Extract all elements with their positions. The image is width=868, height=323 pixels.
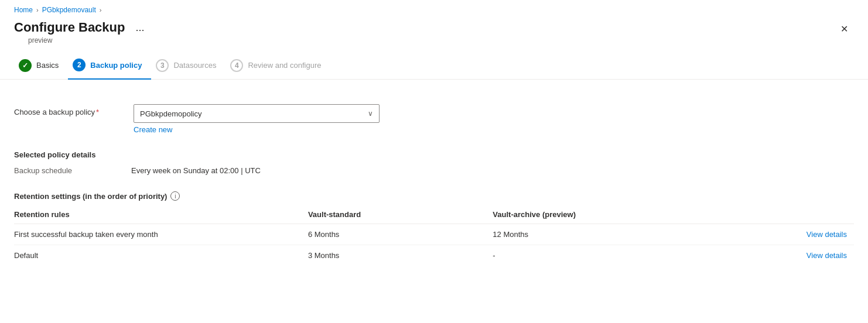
backup-schedule-label: Backup schedule — [14, 166, 108, 175]
retention-section-title: Retention settings (in the order of prio… — [14, 192, 167, 201]
retention-table-header-row: Retention rules Vault-standard Vault-arc… — [14, 205, 854, 224]
retention-table-body: First successful backup taken every mont… — [14, 224, 854, 266]
page-header: Configure Backup ... preview ✕ — [0, 16, 868, 47]
row2-standard: 3 Months — [308, 245, 493, 266]
table-row: First successful backup taken every mont… — [14, 224, 854, 245]
close-button[interactable]: ✕ — [835, 20, 854, 38]
retention-table-head: Retention rules Vault-standard Vault-arc… — [14, 205, 854, 224]
table-row: Default 3 Months - View details — [14, 245, 854, 266]
row1-view-details-link[interactable]: View details — [807, 230, 847, 239]
row2-view-details-link[interactable]: View details — [807, 251, 847, 260]
breadcrumb-home[interactable]: Home — [14, 6, 33, 14]
step-datasources-label: Datasources — [173, 61, 216, 70]
title-more-group: Configure Backup ... preview — [14, 20, 149, 44]
step-basics-label: Basics — [36, 61, 59, 70]
title-group: Configure Backup ... — [14, 20, 149, 35]
row2-archive: - — [493, 245, 703, 266]
backup-schedule-row: Backup schedule Every week on Sunday at … — [14, 166, 854, 175]
step-datasources[interactable]: 3 Datasources — [151, 54, 225, 79]
step-datasources-circle: 3 — [156, 59, 169, 72]
required-star: * — [96, 108, 99, 116]
row2-action-cell: View details — [703, 245, 854, 266]
policy-control-group: PGbkpdemopolicy ∨ Create new — [134, 104, 380, 134]
page-title: Configure Backup — [14, 20, 125, 35]
content-area: Choose a backup policy* PGbkpdemopolicy … — [0, 80, 868, 266]
policy-dropdown[interactable]: PGbkpdemopolicy ∨ — [134, 104, 380, 123]
page-container: Home › PGbkpdemovault › Configure Backup… — [0, 0, 868, 323]
breadcrumb-vault[interactable]: PGbkpdemovault — [42, 6, 96, 14]
backup-schedule-value: Every week on Sunday at 02:00 | UTC — [131, 166, 261, 175]
row2-rule: Default — [14, 245, 308, 266]
col-header-archive: Vault-archive (preview) — [493, 205, 703, 224]
col-header-action — [703, 205, 854, 224]
step-backup-policy-circle: 2 — [73, 59, 86, 71]
row1-action-cell: View details — [703, 224, 854, 245]
step-basics[interactable]: ✓ Basics — [14, 54, 68, 79]
row1-rule: First successful backup taken every mont… — [14, 224, 308, 245]
row1-archive: 12 Months — [493, 224, 703, 245]
retention-table: Retention rules Vault-standard Vault-arc… — [14, 205, 854, 266]
step-review-circle: 4 — [230, 59, 243, 72]
policy-form-row: Choose a backup policy* PGbkpdemopolicy … — [14, 104, 854, 134]
wizard-steps: ✓ Basics 2 Backup policy 3 Datasources 4… — [0, 47, 868, 80]
breadcrumb-chevron-2: › — [100, 6, 102, 13]
policy-label: Choose a backup policy* — [14, 104, 119, 116]
retention-header: Retention settings (in the order of prio… — [14, 191, 854, 201]
step-review[interactable]: 4 Review and configure — [225, 54, 330, 79]
dropdown-chevron-icon: ∨ — [368, 109, 373, 118]
more-options-button[interactable]: ... — [131, 20, 149, 35]
col-header-standard: Vault-standard — [308, 205, 493, 224]
col-header-rules: Retention rules — [14, 205, 308, 224]
selected-policy-section-title: Selected policy details — [14, 150, 854, 159]
step-backup-policy-label: Backup policy — [90, 61, 142, 70]
create-new-link[interactable]: Create new — [134, 125, 380, 134]
breadcrumb: Home › PGbkpdemovault › — [0, 0, 868, 16]
row1-standard: 6 Months — [308, 224, 493, 245]
info-icon[interactable]: i — [170, 191, 180, 201]
step-review-label: Review and configure — [248, 61, 321, 70]
policy-dropdown-value: PGbkpdemopolicy — [140, 109, 202, 118]
breadcrumb-chevron-1: › — [36, 6, 39, 13]
page-subtitle: preview — [14, 36, 149, 44]
step-basics-circle: ✓ — [19, 59, 32, 72]
step-backup-policy[interactable]: 2 Backup policy — [68, 54, 151, 80]
